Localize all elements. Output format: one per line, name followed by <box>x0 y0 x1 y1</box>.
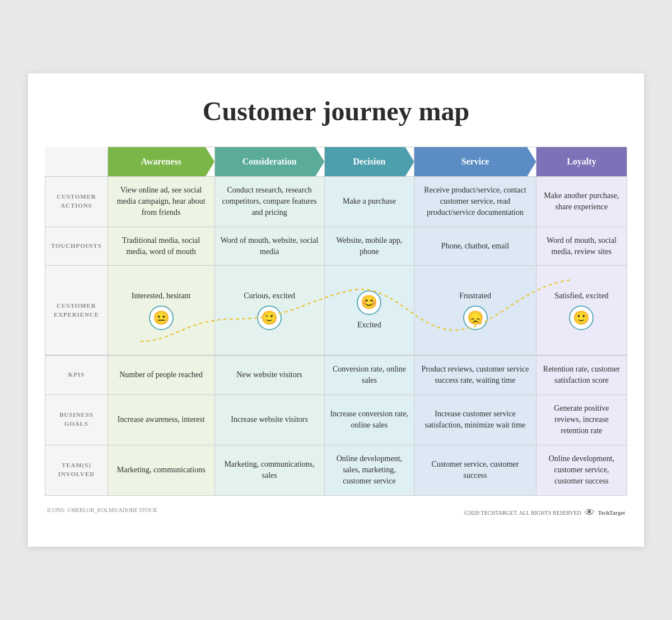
cell-kpis-3: Product reviews, customer service succes… <box>414 356 536 395</box>
main-card: Customer journey map Awareness Considera… <box>28 73 644 546</box>
cell-business-goals-3: Increase customer service satisfaction, … <box>414 394 536 445</box>
stage-loyalty: Loyalty <box>536 147 627 176</box>
row-label-teams-involved: TEAM(S) INVOLVED <box>45 445 108 495</box>
row-kpis: KPISNumber of people reachedNew website … <box>45 356 627 395</box>
journey-line-row <box>45 355 627 356</box>
cell-teams-involved-3: Customer service, customer success <box>414 445 536 495</box>
cell-business-goals-2: Increase conversion rate, online sales <box>324 394 414 445</box>
cell-teams-involved-0: Marketing, communications <box>108 445 214 495</box>
row-customer-actions: CUSTOMER ACTIONSView online ad, see soci… <box>45 176 627 227</box>
footer: ICONS: ©MERLOR_KOLMS/ADOBE STOCK ©2020 T… <box>45 507 627 519</box>
footer-left: ICONS: ©MERLOR_KOLMS/ADOBE STOCK <box>47 507 157 519</box>
techtarget-logo: ©2020 TECHTARGET. ALL RIGHTS RESERVED 👁 … <box>464 507 625 519</box>
row-label-touchpoints: TOUCHPOINTS <box>45 227 108 266</box>
brand-name: TechTarget <box>598 510 625 516</box>
cell-kpis-4: Retention rate, customer satisfaction sc… <box>536 356 627 395</box>
stage-awareness: Awareness <box>108 147 214 176</box>
stage-service: Service <box>414 147 536 176</box>
stage-consideration: Consideration <box>214 147 324 176</box>
cell-touchpoints-1: Word of mouth, website, social media <box>214 227 324 266</box>
techtarget-icon: 👁 <box>585 507 595 519</box>
row-touchpoints: TOUCHPOINTSTraditional media, social med… <box>45 227 627 266</box>
cell-customer-actions-0: View online ad, see social media campaig… <box>108 176 214 227</box>
cell-customer-experience-4: Satisfied, excited🙂 <box>536 266 627 355</box>
cell-customer-experience-1: Curious, excited🙂 <box>214 266 324 355</box>
cell-touchpoints-3: Phone, chatbot, email <box>414 227 536 266</box>
cell-business-goals-0: Increase awareness, interest <box>108 394 214 445</box>
cell-kpis-0: Number of people reached <box>108 356 214 395</box>
cell-customer-experience-0: Interested, hesitant😐 <box>108 266 214 355</box>
cell-customer-experience-2: 😊Excited <box>324 266 414 355</box>
cell-touchpoints-2: Website, mobile app, phone <box>324 227 414 266</box>
cell-kpis-1: New website visitors <box>214 356 324 395</box>
cell-teams-involved-4: Online development, customer service, cu… <box>536 445 627 495</box>
cell-customer-experience-3: Frustrated😞 <box>414 266 536 355</box>
cell-teams-involved-2: Online development, sales, marketing, cu… <box>324 445 414 495</box>
cell-customer-actions-4: Make another purchase, share experience <box>536 176 627 227</box>
stage-label-header <box>45 147 108 176</box>
row-label-kpis: KPIS <box>45 356 108 395</box>
stage-header-row: Awareness Consideration Decision Service… <box>45 147 627 176</box>
cell-business-goals-4: Generate positive reviews, increase rete… <box>536 394 627 445</box>
cell-customer-actions-1: Conduct research, research competitors, … <box>214 176 324 227</box>
footer-right: ©2020 TECHTARGET. ALL RIGHTS RESERVED <box>464 510 581 516</box>
row-label-business-goals: BUSINESS GOALS <box>45 394 108 445</box>
stage-decision: Decision <box>324 147 414 176</box>
page-title: Customer journey map <box>45 96 627 126</box>
cell-touchpoints-4: Word of mouth, social media, review site… <box>536 227 627 266</box>
cell-touchpoints-0: Traditional media, social media, word of… <box>108 227 214 266</box>
row-teams-involved: TEAM(S) INVOLVEDMarketing, communication… <box>45 445 627 495</box>
row-label-customer-experience: CUSTOMER EXPERIENCE <box>45 266 108 355</box>
cell-customer-actions-2: Make a purchase <box>324 176 414 227</box>
row-business-goals: BUSINESS GOALSIncrease awareness, intere… <box>45 394 627 445</box>
row-customer-experience: CUSTOMER EXPERIENCEInterested, hesitant😐… <box>45 266 627 355</box>
cell-customer-actions-3: Receive product/service, contact custome… <box>414 176 536 227</box>
journey-map-table: Awareness Consideration Decision Service… <box>45 147 627 495</box>
cell-teams-involved-1: Marketing, communications, sales <box>214 445 324 495</box>
row-label-customer-actions: CUSTOMER ACTIONS <box>45 176 108 227</box>
cell-kpis-2: Conversion rate, online sales <box>324 356 414 395</box>
cell-business-goals-1: Increase website visitors <box>214 394 324 445</box>
